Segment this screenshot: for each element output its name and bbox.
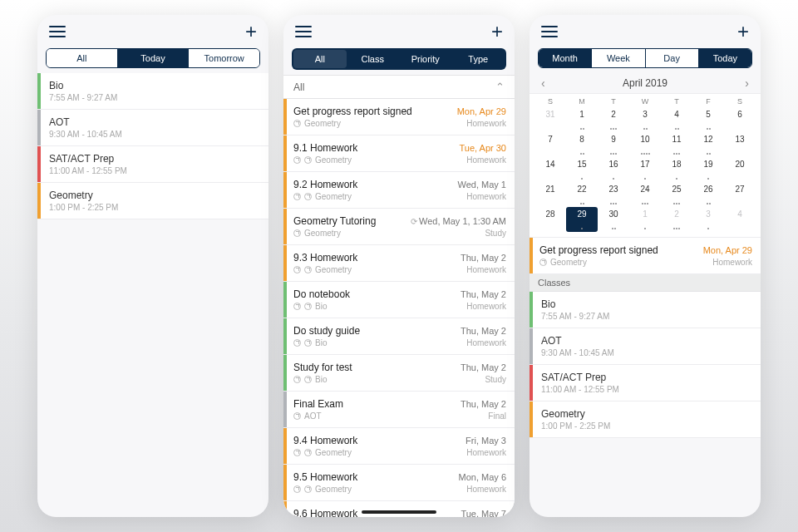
date-cell[interactable]: 20 — [724, 157, 756, 182]
assignment-item[interactable]: Final Exam Thu, May 2 AOT Final — [283, 392, 515, 428]
assignment-item[interactable]: 9.2 Homework Wed, May 1 Geometry Homewor… — [283, 172, 515, 209]
date-cell[interactable]: 21 — [534, 182, 566, 207]
dow-row: SMTWTFS — [534, 97, 756, 106]
date-cell[interactable]: 26 — [692, 182, 724, 207]
filter-type[interactable]: Type — [452, 50, 505, 68]
menu-icon[interactable] — [49, 26, 66, 37]
month-label: April 2019 — [623, 77, 667, 89]
date-cell[interactable]: 30 — [598, 207, 629, 232]
assignment-item[interactable]: Get progress report signed Mon, Apr 29 G… — [530, 238, 761, 274]
date-cell[interactable]: 28 — [534, 207, 566, 232]
date-cell[interactable]: 2 — [661, 207, 692, 232]
tab-tomorrow[interactable]: Tomorrow — [188, 49, 259, 67]
date-cell[interactable]: 25 — [661, 182, 692, 207]
date-cell[interactable]: 2 — [598, 107, 629, 132]
add-button[interactable]: + — [491, 22, 503, 42]
date-cell[interactable]: 31 — [534, 107, 566, 132]
date-cell[interactable]: 15 — [566, 157, 598, 182]
date-cell[interactable]: 10 — [629, 132, 661, 157]
assignment-item[interactable]: 9.3 Homework Thu, May 2 Geometry Homewor… — [283, 245, 515, 282]
group-label: All — [293, 81, 304, 93]
date-cell[interactable]: 3 — [692, 207, 724, 232]
date-cell[interactable]: 1 — [629, 207, 661, 232]
tab-all[interactable]: All — [47, 49, 117, 67]
date-cell[interactable]: 11 — [661, 132, 692, 157]
date-grid: 3112345678910111213141516171819202122232… — [534, 107, 756, 232]
assignment-date: Thu, May 2 — [461, 253, 506, 263]
assignment-item[interactable]: 9.6 Homework Tue, May 7 Geometry Homewor… — [283, 501, 515, 517]
date-cell[interactable]: 16 — [598, 157, 629, 182]
assignment-item[interactable]: 9.5 Homework Mon, May 6 Geometry Homewor… — [283, 465, 515, 501]
date-cell[interactable]: 19 — [692, 157, 724, 182]
class-item[interactable]: SAT/ACT Prep 11:00 AM - 12:55 PM — [530, 365, 761, 401]
date-cell[interactable]: 8 — [566, 132, 598, 157]
filter-priority[interactable]: Priority — [399, 50, 452, 68]
date-cell[interactable]: 17 — [629, 157, 661, 182]
date-cell[interactable]: 12 — [692, 132, 724, 157]
filter-class[interactable]: Class — [347, 50, 400, 68]
date-cell[interactable]: 29 — [566, 207, 598, 232]
classes-list: Bio 7:55 AM - 9:27 AM AOT 9:30 AM - 10:4… — [530, 292, 761, 438]
date-cell[interactable]: 5 — [692, 107, 724, 132]
date-cell[interactable]: 13 — [724, 132, 756, 157]
next-month-icon[interactable]: › — [745, 76, 749, 90]
assignment-item[interactable]: Do study guide Thu, May 2 Bio Homework — [283, 318, 515, 355]
date-cell[interactable]: 14 — [534, 157, 566, 182]
clock-icon — [293, 303, 301, 310]
date-cell[interactable]: 4 — [724, 207, 756, 232]
date-cell[interactable]: 24 — [629, 182, 661, 207]
date-cell[interactable]: 22 — [566, 182, 598, 207]
clock-icon — [293, 156, 301, 164]
date-cell[interactable]: 6 — [724, 107, 756, 132]
add-button[interactable]: + — [245, 22, 257, 42]
view-today[interactable]: Today — [698, 49, 751, 67]
assignment-type: Homework — [466, 192, 506, 201]
date-cell[interactable]: 18 — [661, 157, 692, 182]
assignment-item[interactable]: 9.1 Homework Tue, Apr 30 Geometry Homewo… — [283, 135, 515, 172]
tab-today[interactable]: Today — [117, 49, 189, 67]
assignment-type: Homework — [466, 265, 506, 274]
assignment-item[interactable]: Do notebook Thu, May 2 Bio Homework — [283, 282, 515, 318]
class-item[interactable]: AOT 9:30 AM - 10:45 AM — [530, 328, 761, 365]
assignments-screen: + All Class Priority Type All ⌃ Get prog… — [283, 15, 515, 517]
date-cell[interactable]: 9 — [598, 132, 629, 157]
schedule-item[interactable]: Bio 7:55 AM - 9:27 AM — [37, 73, 268, 110]
assignment-item[interactable]: Geometry Tutoring ⟳Wed, May 1, 1:30 AM G… — [283, 209, 515, 245]
date-cell[interactable]: 4 — [661, 107, 692, 132]
clock-icon — [304, 485, 312, 493]
view-day[interactable]: Day — [645, 49, 698, 67]
schedule-tabs: All Today Tomorrow — [46, 48, 260, 68]
view-month[interactable]: Month — [539, 49, 591, 67]
date-cell[interactable]: 23 — [598, 182, 629, 207]
dow-cell: M — [566, 97, 598, 106]
menu-icon[interactable] — [541, 26, 558, 37]
clock-icon — [304, 449, 312, 456]
group-header[interactable]: All ⌃ — [283, 75, 515, 99]
date-cell[interactable]: 27 — [724, 182, 756, 207]
schedule-item[interactable]: AOT 9:30 AM - 10:45 AM — [37, 110, 268, 146]
assignment-title: 9.2 Homework — [293, 179, 357, 190]
assignments-list[interactable]: Get progress report signed Mon, Apr 29 G… — [283, 99, 515, 517]
clock-icon — [304, 156, 312, 164]
add-button[interactable]: + — [737, 22, 749, 42]
view-week[interactable]: Week — [591, 49, 644, 67]
date-cell[interactable]: 3 — [629, 107, 661, 132]
date-cell[interactable]: 1 — [566, 107, 598, 132]
assignment-type: Homework — [466, 338, 506, 347]
schedule-item[interactable]: Geometry 1:00 PM - 2:25 PM — [37, 183, 268, 219]
dow-cell: T — [598, 97, 629, 106]
date-cell[interactable]: 7 — [534, 132, 566, 157]
prev-month-icon[interactable]: ‹ — [541, 76, 545, 90]
home-indicator — [362, 510, 436, 514]
filter-all[interactable]: All — [293, 50, 347, 68]
class-item[interactable]: Geometry 1:00 PM - 2:25 PM — [530, 401, 761, 438]
class-item[interactable]: Bio 7:55 AM - 9:27 AM — [530, 292, 761, 328]
assignment-item[interactable]: Study for test Thu, May 2 Bio Study — [283, 355, 515, 392]
topbar: + — [283, 15, 515, 45]
assignment-type: Homework — [466, 302, 506, 311]
schedule-item[interactable]: SAT/ACT Prep 11:00 AM - 12:55 PM — [37, 146, 268, 183]
assignment-sub: Geometry — [293, 119, 341, 128]
menu-icon[interactable] — [295, 26, 312, 37]
assignment-item[interactable]: 9.4 Homework Fri, May 3 Geometry Homewor… — [283, 428, 515, 465]
assignment-item[interactable]: Get progress report signed Mon, Apr 29 G… — [283, 99, 515, 135]
